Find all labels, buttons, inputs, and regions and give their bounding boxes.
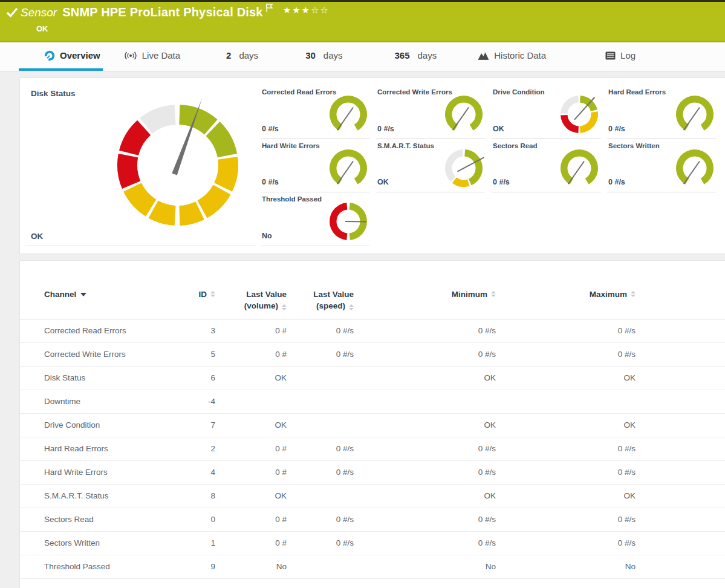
last-value-volume: 0 # (215, 532, 287, 555)
mini-gauge-title: Sectors Written (608, 142, 660, 149)
sensor-kind-label: Sensor (21, 6, 57, 19)
tab-365-days[interactable]: 365 days (393, 42, 439, 71)
channels-table-header: Channel ID Last Value (volume) Last Valu… (20, 289, 725, 319)
minimum-value: 0 #/s (354, 437, 496, 460)
channels-table-card: Channel ID Last Value (volume) Last Valu… (19, 260, 725, 588)
last-value-volume: 0 # (215, 508, 287, 531)
tab-label: Log (620, 50, 636, 60)
channel-name: Corrected Read Errors (44, 319, 156, 342)
channel-id: -4 (156, 390, 215, 413)
mini-gauge-dial (559, 148, 600, 189)
channel-row-disk-status[interactable]: Disk Status6OKOKOK (20, 367, 725, 390)
sensor-status: OK (36, 24, 48, 33)
channel-name: Downtime (44, 390, 156, 413)
column-header-last-value-volume[interactable]: Last Value (volume) (215, 289, 287, 312)
maximum-value: 0 #/s (496, 319, 636, 342)
mini-gauge-panel-s-m-a-r-t-status[interactable]: S.M.A.R.T. StatusOK (376, 139, 485, 193)
tab-live-data[interactable]: Live Data (122, 42, 182, 71)
mini-gauge-panel-hard-read-errors[interactable]: Hard Read Errors0 #/s (607, 85, 716, 139)
last-value-volume: 0 # (215, 461, 287, 484)
minimum-value: 0 #/s (354, 461, 496, 484)
last-value-volume: 0 # (215, 437, 287, 460)
maximum-value (496, 390, 636, 413)
last-value-volume (215, 390, 287, 413)
last-value-speed (287, 367, 354, 390)
last-value-volume: 0 # (215, 343, 287, 366)
last-value-speed (287, 390, 354, 413)
mini-gauge-value: OK (493, 125, 504, 133)
last-value-volume: 0 # (215, 319, 287, 342)
last-value-speed: 0 #/s (287, 532, 354, 555)
flag-icon[interactable] (266, 4, 273, 15)
minimum-value: 0 #/s (354, 319, 496, 342)
minimum-value: 0 #/s (354, 343, 496, 366)
mini-gauge-value: OK (377, 178, 389, 186)
column-header-id[interactable]: ID (156, 289, 215, 312)
column-header-channel[interactable]: Channel (44, 289, 156, 312)
maximum-value: OK (496, 367, 636, 390)
last-value-volume: OK (215, 414, 287, 437)
mini-gauge-panel-corrected-write-errors[interactable]: Corrected Write Errors0 #/s (376, 85, 485, 139)
last-value-speed: 0 #/s (287, 461, 354, 484)
last-value-speed (287, 555, 354, 578)
mini-gauge-value: 0 #/s (262, 125, 279, 133)
mini-gauge-value: 0 #/s (493, 178, 510, 186)
mini-gauge-panel-sectors-written[interactable]: Sectors Written0 #/s (607, 139, 716, 193)
mini-gauge-panel-corrected-read-errors[interactable]: Corrected Read Errors0 #/s (261, 85, 369, 139)
channel-row-sectors-read[interactable]: Sectors Read00 #0 #/s0 #/s0 #/s (20, 508, 725, 532)
channel-row-drive-condition[interactable]: Drive Condition7OKOKOK (20, 414, 725, 437)
channel-row-s-m-a-r-t-status[interactable]: S.M.A.R.T. Status8OKOKOK (20, 485, 725, 508)
last-value-speed: 0 #/s (287, 343, 354, 366)
tab-overview[interactable]: Overview (19, 42, 103, 71)
sensor-header: Sensor SNMP HPE ProLiant Physical Disk ★… (0, 0, 725, 42)
channels-table-body: Corrected Read Errors30 #0 #/s0 #/s0 #/s… (20, 319, 725, 579)
log-icon (605, 51, 616, 60)
mini-gauge-title: S.M.A.R.T. Status (377, 142, 434, 149)
channel-row-hard-read-errors[interactable]: Hard Read Errors20 #0 #/s0 #/s0 #/s (20, 437, 725, 461)
last-value-volume: OK (215, 367, 287, 390)
channel-row-hard-write-errors[interactable]: Hard Write Errors40 #0 #/s0 #/s0 #/s (20, 461, 725, 485)
column-header-last-value-speed[interactable]: Last Value (speed) (287, 289, 354, 312)
column-header-minimum[interactable]: Minimum (354, 289, 496, 312)
mini-gauge-title: Hard Write Errors (262, 142, 320, 149)
sort-icon (631, 289, 636, 297)
disk-status-gauge-panel: Disk Status OK (25, 85, 256, 246)
gauge-icon (44, 50, 55, 61)
gauge-title: Disk Status (31, 89, 76, 98)
tab-label: days (239, 50, 258, 60)
tab-2-days[interactable]: 2 days (224, 42, 260, 71)
minimum-value: OK (354, 485, 496, 508)
last-value-speed (287, 485, 354, 508)
mini-gauge-dial (328, 148, 369, 189)
last-value-speed (287, 414, 354, 437)
minimum-value: OK (354, 367, 496, 390)
channel-id: 7 (156, 414, 215, 437)
minimum-value (354, 390, 496, 413)
mini-gauge-panel-threshold-passed[interactable]: Threshold PassedNo (261, 192, 369, 246)
mini-gauge-title: Hard Read Errors (608, 88, 666, 96)
channel-row-sectors-written[interactable]: Sectors Written10 #0 #/s0 #/s0 #/s (20, 532, 725, 555)
tab-30-days[interactable]: 30 days (304, 42, 344, 71)
overview-gauges-card: Disk Status OK Corrected Read Errors0 #/… (19, 77, 725, 254)
column-header-maximum[interactable]: Maximum (496, 289, 636, 312)
mini-gauge-panel-hard-write-errors[interactable]: Hard Write Errors0 #/s (261, 139, 369, 193)
live-data-icon (124, 51, 137, 60)
channel-row-corrected-write-errors[interactable]: Corrected Write Errors50 #0 #/s0 #/s0 #/… (20, 343, 725, 367)
tab-historic-data[interactable]: Historic Data (476, 42, 548, 71)
channel-row-downtime[interactable]: Downtime-4 (20, 390, 725, 414)
priority-stars[interactable]: ★★★☆☆ (283, 5, 330, 16)
mini-gauge-panel-sectors-read[interactable]: Sectors Read0 #/s (492, 139, 600, 193)
channel-id: 3 (156, 319, 215, 342)
channel-id: 2 (156, 437, 215, 460)
maximum-value: 0 #/s (496, 532, 636, 555)
maximum-value: 0 #/s (496, 343, 636, 366)
mini-gauge-dial (328, 201, 369, 242)
mini-gauge-title: Sectors Read (493, 142, 538, 149)
mini-gauge-dial (443, 94, 484, 135)
channel-id: 0 (156, 508, 215, 531)
tab-label: Overview (60, 50, 100, 60)
channel-row-threshold-passed[interactable]: Threshold Passed9NoNoNo (20, 555, 725, 579)
tab-log[interactable]: Log (603, 42, 637, 71)
mini-gauge-panel-drive-condition[interactable]: Drive ConditionOK (492, 85, 600, 139)
channel-row-corrected-read-errors[interactable]: Corrected Read Errors30 #0 #/s0 #/s0 #/s (20, 319, 725, 343)
